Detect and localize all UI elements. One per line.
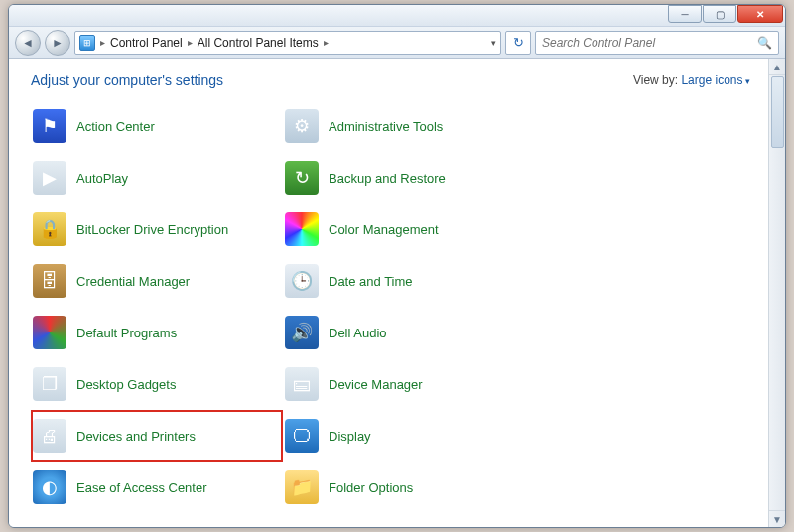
item-label: Default Programs (76, 326, 177, 340)
minimize-button[interactable]: ─ (668, 5, 702, 23)
item-device-manager-icon: 🖴 (285, 367, 319, 401)
view-by-control[interactable]: View by: Large icons (633, 73, 750, 87)
item-device-manager[interactable]: 🖴Device Manager (283, 358, 535, 410)
item-default-programs-icon (33, 316, 66, 349)
item-action-center-icon: ⚑ (33, 109, 66, 143)
item-backup-and-restore-icon: ↻ (285, 161, 319, 195)
item-autoplay[interactable]: ▶AutoPlay (31, 152, 283, 203)
item-dell-audio[interactable]: 🔊Dell Audio (283, 307, 535, 358)
titlebar: ─ ▢ ✕ (9, 5, 785, 27)
item-bitlocker[interactable]: 🔒BitLocker Drive Encryption (31, 203, 283, 255)
item-dell-audio-icon: 🔊 (285, 316, 319, 349)
forward-button[interactable]: ► (45, 30, 70, 56)
chevron-right-icon: ▸ (323, 37, 330, 48)
item-devices-and-printers-icon: 🖨 (33, 419, 66, 453)
item-autoplay-icon: ▶ (33, 161, 66, 195)
maximize-button[interactable]: ▢ (703, 5, 736, 23)
item-label: Folder Options (329, 480, 413, 495)
item-label: Credential Manager (76, 274, 190, 289)
item-backup-and-restore[interactable]: ↻Backup and Restore (283, 152, 535, 203)
item-label: Devices and Printers (76, 429, 196, 444)
search-input[interactable] (542, 36, 757, 50)
item-administrative-tools[interactable]: ⚙Administrative Tools (283, 100, 535, 152)
control-panel-icon: ⊞ (79, 35, 95, 51)
item-desktop-gadgets-icon: ❐ (33, 367, 66, 401)
item-date-and-time[interactable]: 🕒Date and Time (283, 255, 535, 307)
item-bitlocker-icon: 🔒 (33, 212, 66, 246)
item-label: BitLocker Drive Encryption (76, 222, 228, 237)
item-folder-options[interactable]: 📁Folder Options (283, 462, 535, 513)
item-label: AutoPlay (76, 171, 128, 186)
item-label: Dell Audio (329, 326, 387, 340)
item-ease-of-access[interactable]: ◐Ease of Access Center (31, 462, 283, 513)
vertical-scrollbar[interactable]: ▲ ▼ (768, 59, 785, 527)
item-label: Action Center (76, 119, 155, 134)
refresh-button[interactable]: ↻ (505, 31, 531, 55)
item-administrative-tools-icon: ⚙ (285, 109, 319, 143)
view-by-label: View by: (633, 73, 678, 87)
view-by-value[interactable]: Large icons (681, 73, 750, 87)
item-label: Date and Time (329, 274, 413, 289)
item-label: Backup and Restore (329, 171, 446, 186)
item-label: Desktop Gadgets (76, 377, 176, 392)
search-box[interactable]: 🔍 (535, 31, 779, 55)
breadcrumb-dropdown-icon[interactable]: ▾ (491, 38, 496, 48)
item-credential-manager-icon: 🗄 (33, 264, 66, 298)
item-label: Device Manager (329, 377, 423, 392)
item-desktop-gadgets[interactable]: ❐Desktop Gadgets (31, 358, 283, 410)
item-label: Display (329, 429, 371, 444)
item-display[interactable]: 🖵Display (283, 410, 535, 462)
close-button[interactable]: ✕ (737, 5, 783, 23)
scroll-up-arrow-icon[interactable]: ▲ (769, 59, 785, 75)
item-date-and-time-icon: 🕒 (285, 264, 319, 298)
item-label: Ease of Access Center (76, 480, 207, 495)
back-button[interactable]: ◄ (15, 30, 41, 56)
item-label: Color Management (329, 222, 439, 237)
item-display-icon: 🖵 (285, 419, 319, 453)
item-devices-and-printers[interactable]: 🖨Devices and Printers (31, 410, 283, 462)
chevron-right-icon: ▸ (99, 37, 106, 48)
chevron-right-icon: ▸ (187, 37, 194, 48)
item-action-center[interactable]: ⚑Action Center (31, 100, 283, 152)
item-credential-manager[interactable]: 🗄Credential Manager (31, 255, 283, 307)
breadcrumb-child[interactable]: All Control Panel Items (198, 36, 319, 50)
breadcrumb[interactable]: ⊞ ▸ Control Panel ▸ All Control Panel It… (74, 31, 501, 55)
breadcrumb-root[interactable]: Control Panel (110, 36, 183, 50)
search-icon: 🔍 (757, 36, 772, 50)
scroll-down-arrow-icon[interactable]: ▼ (769, 510, 785, 527)
control-panel-window: ─ ▢ ✕ ◄ ► ⊞ ▸ Control Panel ▸ All Contro… (8, 4, 786, 528)
item-ease-of-access-icon: ◐ (33, 470, 66, 504)
item-color-management-icon (285, 212, 319, 246)
item-color-management[interactable]: Color Management (283, 203, 535, 255)
address-bar: ◄ ► ⊞ ▸ Control Panel ▸ All Control Pane… (9, 27, 785, 59)
item-default-programs[interactable]: Default Programs (31, 307, 283, 358)
page-title: Adjust your computer's settings (31, 72, 223, 88)
item-folder-options-icon: 📁 (285, 470, 319, 504)
scroll-thumb[interactable] (771, 76, 784, 148)
items-grid: ⚑Action Center⚙Administrative Tools▶Auto… (31, 100, 750, 513)
content-area: Adjust your computer's settings View by:… (9, 59, 768, 527)
item-label: Administrative Tools (329, 119, 443, 134)
